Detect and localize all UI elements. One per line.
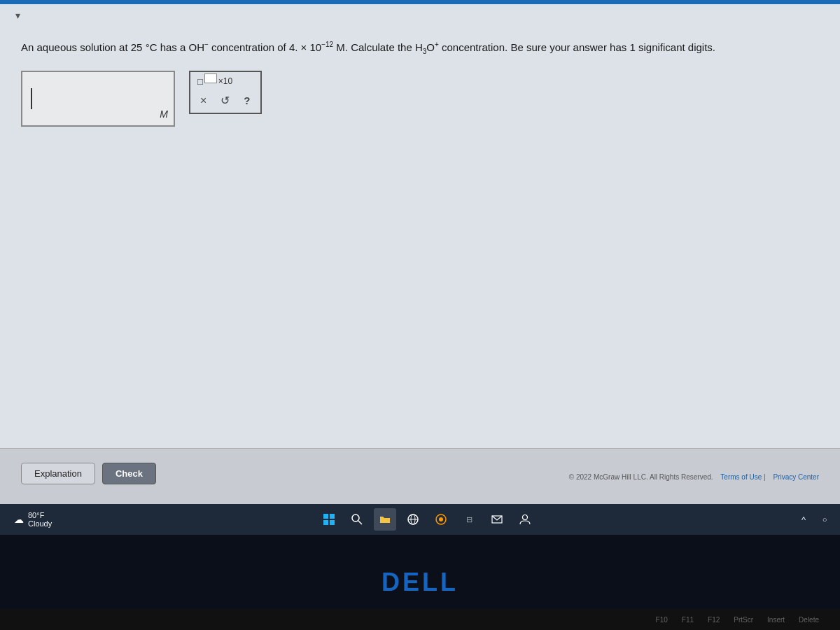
svg-point-4 bbox=[352, 514, 359, 522]
text-cursor bbox=[31, 88, 32, 109]
oh-superscript: − bbox=[204, 41, 209, 48]
question-prefix: An aqueous solution at 25 °C has a OH bbox=[21, 41, 204, 53]
dell-logo: DELL bbox=[382, 568, 458, 597]
media-button[interactable] bbox=[430, 508, 452, 531]
person-icon bbox=[519, 514, 531, 525]
exponent-input-area bbox=[203, 74, 217, 85]
windows-icon bbox=[323, 514, 335, 525]
prtscr-key: PrtScr bbox=[734, 616, 753, 624]
keyboard-hint-bar: F10 F11 F12 PrtScr Insert Delete bbox=[0, 609, 840, 630]
check-button[interactable]: Check bbox=[102, 463, 156, 484]
search-icon bbox=[351, 514, 363, 525]
start-button[interactable] bbox=[318, 508, 340, 531]
chevron-up-icon[interactable]: ^ bbox=[795, 511, 812, 528]
f12-key: F12 bbox=[708, 616, 720, 624]
exponent-input[interactable] bbox=[204, 74, 217, 83]
browser-icon bbox=[407, 514, 419, 525]
h3o-superscript: + bbox=[435, 41, 439, 48]
sci-notation-box: □ ×10 × ↺ ? bbox=[189, 71, 262, 114]
svg-rect-2 bbox=[323, 520, 328, 525]
svg-rect-3 bbox=[330, 520, 335, 525]
x10-suffix: ×10 bbox=[218, 76, 232, 86]
question-text: An aqueous solution at 25 °C has a OH− c… bbox=[21, 39, 819, 57]
taskbar-left: ☁ 80°F Cloudy bbox=[7, 511, 59, 528]
screen-area: ▾ An aqueous solution at 25 °C has a OH−… bbox=[0, 0, 840, 504]
person-button[interactable] bbox=[514, 508, 536, 531]
file-explorer-button[interactable] bbox=[374, 508, 396, 531]
separator: | bbox=[764, 472, 767, 480]
sci-notation-top: □ ×10 bbox=[197, 76, 232, 87]
copyright-text: © 2022 McGraw Hill LLC. All Rights Reser… bbox=[569, 472, 819, 480]
exponent: −12 bbox=[321, 41, 333, 48]
insert-key: Insert bbox=[767, 616, 785, 624]
weather-condition: Cloudy bbox=[28, 519, 52, 528]
svg-rect-0 bbox=[323, 514, 328, 519]
undo-button[interactable]: ↺ bbox=[218, 92, 232, 108]
f11-key: F11 bbox=[682, 616, 694, 624]
f10-key: F10 bbox=[656, 616, 668, 624]
weather-icon: ☁ bbox=[14, 514, 24, 525]
browser-button[interactable] bbox=[402, 508, 424, 531]
content-area: ▾ An aqueous solution at 25 °C has a OH−… bbox=[0, 4, 840, 504]
music-icon bbox=[435, 514, 447, 525]
svg-point-10 bbox=[439, 517, 443, 522]
concentration-text: concentration of 4. × 10 bbox=[211, 41, 321, 53]
suffix-text: M. Calculate the H bbox=[336, 41, 422, 53]
privacy-link[interactable]: Privacy Center bbox=[773, 472, 819, 480]
help-button[interactable]: ? bbox=[241, 93, 253, 108]
search-taskbar-button[interactable] bbox=[346, 508, 368, 531]
chevron-down-icon: ▾ bbox=[15, 10, 20, 21]
taskbar-right: ^ ○ bbox=[795, 511, 833, 528]
close-tray-icon[interactable]: ○ bbox=[816, 511, 833, 528]
bottom-section: Explanation Check © 2022 McGraw Hill LLC… bbox=[0, 448, 840, 504]
screenshot-button[interactable]: ⊟ bbox=[458, 508, 480, 531]
taskbar-center: ⊟ bbox=[318, 508, 536, 531]
copyright-notice: © 2022 McGraw Hill LLC. All Rights Reser… bbox=[569, 472, 713, 480]
question-end: concentration. Be sure your answer has 1… bbox=[442, 41, 715, 53]
x10-label: □ bbox=[197, 76, 203, 87]
folder-icon bbox=[379, 514, 391, 525]
answer-input-box[interactable]: M bbox=[21, 71, 175, 127]
svg-point-12 bbox=[523, 515, 528, 520]
weather-widget[interactable]: ☁ 80°F Cloudy bbox=[7, 511, 59, 528]
sci-buttons: × ↺ ? bbox=[197, 92, 253, 108]
svg-rect-1 bbox=[330, 514, 335, 519]
unit-label: M bbox=[160, 108, 168, 120]
explanation-button[interactable]: Explanation bbox=[21, 463, 95, 484]
mail-icon bbox=[491, 514, 503, 525]
delete-key: Delete bbox=[799, 616, 819, 624]
answer-section: M □ ×10 × ↺ ? bbox=[21, 71, 819, 127]
svg-line-5 bbox=[358, 521, 362, 524]
weather-info: 80°F Cloudy bbox=[28, 511, 52, 528]
weather-temp: 80°F bbox=[28, 511, 52, 519]
clear-button[interactable]: × bbox=[197, 93, 209, 108]
mail-button[interactable] bbox=[486, 508, 508, 531]
system-tray: ^ ○ bbox=[795, 511, 833, 528]
dropdown-arrow[interactable]: ▾ bbox=[7, 8, 28, 22]
terms-link[interactable]: Terms of Use bbox=[720, 472, 762, 480]
taskbar: ☁ 80°F Cloudy bbox=[0, 504, 840, 535]
h3o-plus: O bbox=[426, 41, 435, 53]
